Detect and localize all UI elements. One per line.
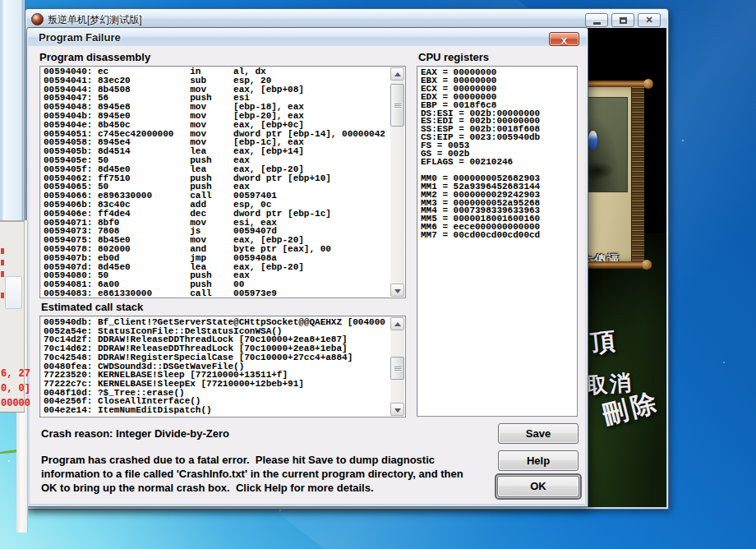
close-icon: ✕ xyxy=(638,15,660,25)
background-panel-button[interactable] xyxy=(5,276,22,309)
app-icon xyxy=(31,13,44,25)
red-text-fragment: 6, 27 xyxy=(1,368,30,380)
arrow-up-icon xyxy=(394,72,401,76)
ok-button[interactable]: OK xyxy=(497,476,579,497)
scroll-up-button[interactable] xyxy=(390,317,404,330)
callstack-text: 005940db: Bf_Client!?GetServerState@CHtt… xyxy=(44,318,385,415)
scroll-up-button[interactable] xyxy=(390,67,404,81)
red-text-fragment xyxy=(1,293,4,298)
close-icon: X xyxy=(561,36,567,46)
red-text-fragment xyxy=(1,248,4,254)
game-window-titlebar[interactable]: 叛逆单机[梦幻测试版] ✕ xyxy=(26,10,667,28)
minimize-icon xyxy=(593,22,601,25)
save-button[interactable]: Save xyxy=(498,423,579,444)
game-window-title: 叛逆单机[梦幻测试版] xyxy=(48,13,142,27)
thumb-grip-icon xyxy=(394,104,401,108)
scroll-down-button[interactable] xyxy=(390,284,404,297)
red-text-fragment xyxy=(1,260,4,265)
red-text-fragment: 0, 0] xyxy=(1,383,30,394)
maximize-button[interactable] xyxy=(611,13,634,27)
red-text-fragment xyxy=(1,271,4,277)
ok-button-default-ring: OK xyxy=(495,473,582,500)
scrollbar-thumb[interactable] xyxy=(390,357,404,380)
disassembly-box[interactable]: 00594040: ec in al, dx 00594041: 83ec20 … xyxy=(39,66,406,298)
callstack-scrollbar[interactable] xyxy=(390,317,404,416)
registers-box[interactable]: EAX = 00000000 EBX = 00000000 ECX = 0000… xyxy=(417,66,578,417)
scrollbar-thumb[interactable] xyxy=(390,84,404,127)
arrow-up-icon xyxy=(394,322,401,326)
scroll-border-pattern xyxy=(631,87,644,262)
help-button[interactable]: Help xyxy=(498,450,579,471)
thumb-grip-icon xyxy=(394,367,401,371)
registers-text: EAX = 00000000 EBX = 00000000 ECX = 0000… xyxy=(421,69,540,240)
disassembly-scrollbar[interactable] xyxy=(390,67,404,297)
crash-message-text: Program has crashed due to a fatal error… xyxy=(41,453,463,496)
arrow-down-icon xyxy=(394,408,401,413)
disassembly-text: 00594040: ec in al, dx 00594041: 83ec20 … xyxy=(44,67,385,298)
character-sprite xyxy=(588,131,597,150)
maximize-icon xyxy=(620,17,627,24)
program-failure-dialog: Program Failure X Program disassembly 00… xyxy=(26,27,588,507)
registers-label: CPU registers xyxy=(418,51,489,63)
dialog-client-area: Program disassembly 00594040: ec in al, … xyxy=(30,46,585,504)
callstack-box[interactable]: 005940db: Bf_Client!?GetServerState@CHtt… xyxy=(39,316,406,418)
crash-reason-text: Crash reason: Integer Divide-by-Zero xyxy=(41,427,229,440)
menu-item-top[interactable]: 頂 xyxy=(589,325,617,361)
dialog-title: Program Failure xyxy=(39,31,121,44)
scroll-knob-bottom xyxy=(642,260,652,270)
red-text-fragment: 00000 xyxy=(1,398,30,409)
wallpaper-sparkles xyxy=(8,460,10,462)
background-window-edge xyxy=(0,0,25,222)
minimize-button[interactable] xyxy=(585,13,608,27)
dialog-titlebar[interactable]: Program Failure X xyxy=(28,29,587,46)
scroll-down-button[interactable] xyxy=(390,403,404,416)
scroll-knob-top xyxy=(643,79,653,89)
dialog-close-button[interactable]: X xyxy=(549,32,579,46)
disassembly-label: Program disassembly xyxy=(39,51,150,63)
close-button[interactable]: ✕ xyxy=(638,13,661,27)
callstack-label: Estimated call stack xyxy=(41,301,143,313)
arrow-down-icon xyxy=(394,289,401,293)
